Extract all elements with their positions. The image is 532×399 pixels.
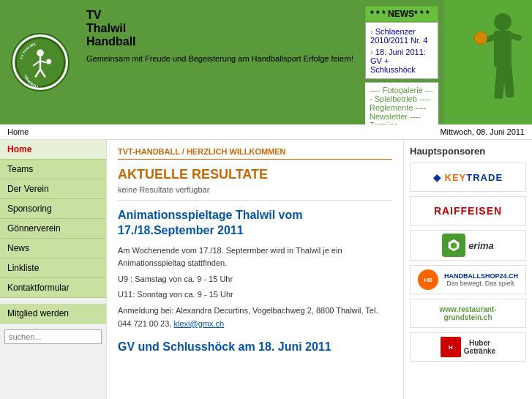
news-item-1[interactable]: Schlaenzer 2010/2011 Nr. 4 xyxy=(370,26,433,46)
sidebar-divider xyxy=(0,298,106,304)
header-title: TV Thalwil Handball Gemeinsam mit Freude… xyxy=(80,0,359,124)
article1-title: Animationsspieltage Thalwil vom 17./18.S… xyxy=(118,208,392,239)
erima-logo-box: erima xyxy=(442,234,494,257)
sponsors-title: Hauptsponsoren xyxy=(410,146,526,157)
article2-title: GV und Schlusshöck am 18. Juni 2011 xyxy=(118,340,392,354)
sidebar-item-verein[interactable]: Der Verein xyxy=(0,179,106,199)
raiffeisen-logo: RAIFFEISEN xyxy=(434,205,502,217)
restaurant-text: www.restaurant- grundstein.ch xyxy=(440,305,497,321)
sponsor-huber[interactable]: H HuberGetränke xyxy=(410,332,526,362)
nav-bar[interactable]: ---- Fotogalerie ---- Spielbetrieb ---- … xyxy=(365,82,438,124)
breadcrumb-bar: Home Mittwoch, 08. Juni 2011 xyxy=(0,124,532,140)
right-column: Hauptsponsoren ◆ KEYTRADE RAIFFEISEN eri… xyxy=(404,140,532,399)
sidebar-search-box xyxy=(4,329,102,344)
article1-email-link[interactable]: klexi@gmx.ch xyxy=(173,319,224,328)
svg-point-17 xyxy=(474,31,487,45)
club-line2: Thalwil xyxy=(86,22,353,35)
news-items-box: Schlaenzer 2010/2011 Nr. 4 18. Juni 2011… xyxy=(365,22,438,79)
news-item-2[interactable]: 18. Juni 2011: GV + Schlusshöck xyxy=(370,46,433,75)
club-logo: TV THALWIL · HANDBALL · xyxy=(11,33,70,92)
svg-rect-10 xyxy=(444,0,532,124)
sidebar-item-home[interactable]: Home xyxy=(0,140,106,160)
article1-anmeldung: Anmeldung bei: Alexandra Decurtins, Voge… xyxy=(118,305,392,330)
article1-body1: Am Wochenende vom 17./18. Septermber wir… xyxy=(118,245,392,270)
sidebar-item-teams[interactable]: Teams xyxy=(0,160,106,179)
keytrade-logo: ◆ KEYTRADE xyxy=(433,172,503,183)
sponsor-handball24[interactable]: HB HANDBALLSHOP24.CHDas bewegt. Das spie… xyxy=(410,265,526,294)
svg-point-8 xyxy=(46,59,52,64)
breadcrumb-date: Mittwoch, 08. Juni 2011 xyxy=(440,127,525,136)
article1-u9: U9 : Samstag von ca. 9 - 15 Uhr xyxy=(118,273,392,286)
sponsor-raiffeisen[interactable]: RAIFFEISEN xyxy=(410,196,526,225)
huber-text: HuberGetränke xyxy=(464,339,495,355)
club-description: Gemeinsam mit Freude und Begeisterung am… xyxy=(86,53,353,65)
sidebar: Home Teams Der Verein Sponsoring Gönnerv… xyxy=(0,140,106,399)
club-line3: Handball xyxy=(86,35,353,48)
breadcrumb-home[interactable]: Home xyxy=(7,127,29,136)
search-input[interactable] xyxy=(4,329,102,344)
no-results-text: keine Resultate verfügbar xyxy=(118,185,392,201)
sponsor-keytrade[interactable]: ◆ KEYTRADE xyxy=(410,163,526,192)
content-area: TVT-HANDBALL / HERZLICH WILLKOMMEN AKTUE… xyxy=(106,140,404,399)
sidebar-item-sponsoring[interactable]: Sponsoring xyxy=(0,199,106,219)
header-news-box: * * * NEWS* * * Schlaenzer 2010/2011 Nr.… xyxy=(359,0,444,124)
erima-icon xyxy=(442,234,465,257)
huber-logo: H HuberGetränke xyxy=(441,337,495,357)
logo-inner: TV THALWIL · HANDBALL · xyxy=(15,37,66,88)
sidebar-item-gonnerverein[interactable]: Gönnerverein xyxy=(0,219,106,239)
news-title-bar: * * * NEWS* * * xyxy=(365,6,438,22)
header: TV THALWIL · HANDBALL · xyxy=(0,0,532,124)
sidebar-mitglied[interactable]: Mitglied werden xyxy=(0,304,106,324)
sponsor-restaurant[interactable]: www.restaurant- grundstein.ch xyxy=(410,299,526,328)
club-line1: TV xyxy=(86,9,353,22)
header-right-image xyxy=(444,0,532,124)
huber-icon: H xyxy=(441,337,461,357)
main-layout: Home Teams Der Verein Sponsoring Gönnerv… xyxy=(0,140,532,399)
article1-u11: U11: Sonntag von ca. 9 - 15 Uhr xyxy=(118,288,392,302)
content-breadcrumb: TVT-HANDBALL / HERZLICH WILLKOMMEN xyxy=(118,147,392,160)
svg-point-11 xyxy=(494,13,512,31)
section1-title: AKTUELLE RESULTATE xyxy=(118,167,392,182)
handball24-text: HANDBALLSHOP24.CHDas bewegt. Das spielt. xyxy=(444,272,518,287)
handball24-icon: HB xyxy=(418,269,438,290)
svg-point-2 xyxy=(37,50,44,57)
sidebar-item-kontakt[interactable]: Kontaktformular xyxy=(0,278,106,298)
sponsor-erima[interactable]: erima xyxy=(410,230,526,261)
sidebar-item-news[interactable]: News xyxy=(0,239,106,258)
handball24-logo: HB HANDBALLSHOP24.CHDas bewegt. Das spie… xyxy=(418,269,518,290)
sidebar-item-linkliste[interactable]: Linkliste xyxy=(0,258,106,278)
erima-text: erima xyxy=(468,240,494,251)
header-logo: TV THALWIL · HANDBALL · xyxy=(0,0,80,124)
